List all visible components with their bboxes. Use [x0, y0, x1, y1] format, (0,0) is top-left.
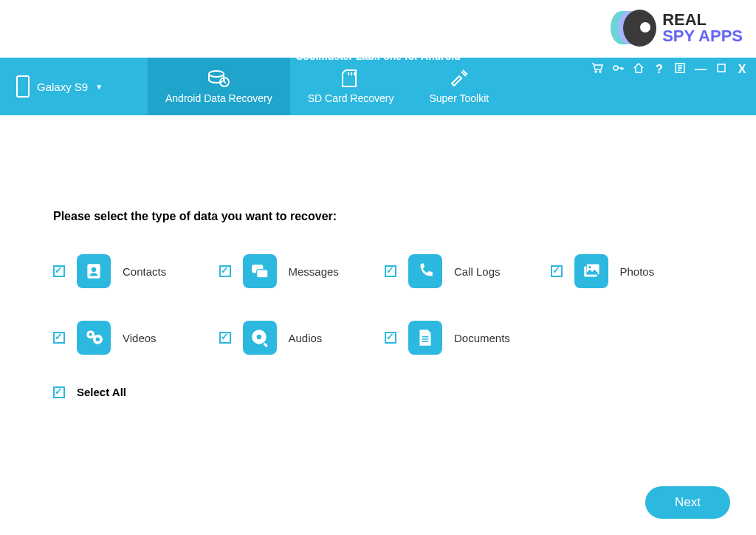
watermark-logo-icon	[611, 7, 655, 48]
item-documents[interactable]: Documents	[385, 321, 537, 355]
item-label: Contacts	[123, 265, 166, 278]
phone-icon	[16, 75, 30, 98]
contacts-icon	[77, 254, 111, 288]
tab-android-data-recovery[interactable]: Android Data Recovery	[148, 58, 290, 115]
checkbox-documents[interactable]	[385, 332, 396, 344]
item-contacts[interactable]: Contacts	[53, 254, 206, 288]
svg-rect-13	[256, 270, 267, 278]
help-icon[interactable]: ?	[653, 63, 666, 76]
checkbox-select-all[interactable]	[53, 386, 65, 398]
svg-point-11	[92, 268, 97, 273]
item-label: Audios	[289, 332, 323, 344]
watermark: REAL SPY APPS	[611, 7, 743, 48]
checkbox-photos[interactable]	[551, 265, 563, 277]
app-header: Coolmuster Lab.Fone for Android Galaxy S…	[0, 58, 756, 115]
item-audios[interactable]: Audios	[219, 321, 372, 355]
item-label: Photos	[620, 265, 655, 278]
documents-icon	[408, 321, 442, 355]
item-label: Call Logs	[454, 265, 501, 278]
checkbox-videos[interactable]	[53, 332, 65, 344]
messages-icon	[243, 254, 277, 288]
tab-label: Android Data Recovery	[165, 92, 272, 104]
item-label: Videos	[123, 332, 157, 344]
recovery-icon	[207, 69, 230, 88]
tab-label: Super Toolkit	[429, 92, 489, 104]
videos-icon	[77, 321, 111, 355]
svg-rect-9	[718, 64, 725, 72]
item-messages[interactable]: Messages	[219, 254, 372, 288]
svg-point-0	[209, 71, 224, 77]
minimize-button[interactable]: —	[694, 63, 707, 76]
window-controls: ? — X	[591, 62, 749, 77]
item-videos[interactable]: Videos	[53, 321, 206, 355]
svg-rect-25	[422, 341, 429, 342]
tab-super-toolkit[interactable]: Super Toolkit	[411, 58, 506, 115]
cart-icon[interactable]	[591, 62, 604, 77]
svg-rect-24	[422, 338, 429, 340]
prompt-text: Please select the type of data you want …	[53, 210, 703, 223]
watermark-text: REAL SPY APPS	[662, 12, 743, 44]
chevron-down-icon: ▼	[95, 83, 103, 91]
select-all-label: Select All	[77, 386, 126, 398]
svg-point-6	[599, 71, 601, 72]
sd-card-icon	[340, 69, 362, 88]
select-all-row[interactable]: Select All	[53, 386, 703, 398]
device-name: Galaxy S9	[37, 81, 88, 93]
close-button[interactable]: X	[735, 63, 749, 76]
app-title: Coolmuster Lab.Fone for Android	[295, 50, 460, 62]
content-area: Please select the type of data you want …	[0, 115, 756, 535]
tab-label: SD Card Recovery	[308, 92, 394, 104]
key-icon[interactable]	[611, 62, 625, 77]
svg-point-19	[89, 333, 92, 336]
item-call-logs[interactable]: Call Logs	[385, 254, 537, 288]
photos-icon	[574, 254, 608, 288]
svg-point-7	[614, 66, 618, 70]
data-type-grid: Contacts Messages Call Logs Photos	[53, 254, 703, 355]
svg-rect-2	[348, 72, 349, 75]
svg-point-16	[588, 266, 591, 268]
item-label: Messages	[289, 265, 339, 278]
tab-sd-card-recovery[interactable]: SD Card Recovery	[290, 58, 412, 115]
svg-point-5	[595, 71, 597, 72]
maximize-button[interactable]	[715, 63, 728, 76]
svg-point-20	[96, 337, 100, 341]
tabs: Android Data Recovery SD Card Recovery S…	[148, 58, 506, 115]
next-button[interactable]: Next	[645, 486, 730, 519]
feedback-icon[interactable]	[673, 62, 687, 77]
checkbox-messages[interactable]	[219, 265, 231, 277]
home-icon[interactable]	[632, 62, 645, 77]
svg-rect-3	[351, 72, 352, 75]
checkbox-contacts[interactable]	[53, 265, 65, 277]
svg-rect-4	[354, 72, 355, 75]
toolkit-icon	[448, 69, 470, 88]
audios-icon	[243, 321, 277, 355]
item-label: Documents	[454, 332, 510, 344]
device-selector[interactable]: Galaxy S9 ▼	[0, 58, 148, 115]
checkbox-call-logs[interactable]	[385, 265, 396, 277]
checkbox-audios[interactable]	[219, 332, 231, 344]
item-photos[interactable]: Photos	[551, 254, 704, 288]
phone-icon	[408, 254, 442, 288]
svg-point-22	[256, 335, 261, 340]
svg-rect-23	[422, 336, 429, 338]
